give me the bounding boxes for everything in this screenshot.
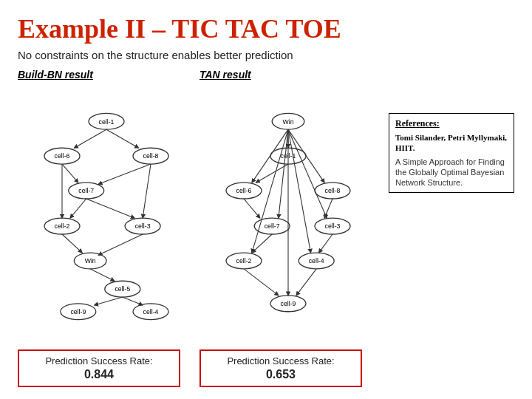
build-bn-label: Build-BN result: [18, 69, 93, 81]
svg-line-54: [279, 129, 288, 218]
svg-text:cell-5: cell-5: [115, 285, 130, 293]
svg-text:cell-9: cell-9: [70, 308, 86, 316]
svg-line-63: [318, 234, 332, 253]
svg-line-27: [98, 234, 143, 255]
svg-text:cell-4: cell-4: [143, 308, 159, 316]
svg-line-55: [288, 129, 327, 218]
tan-prediction-value: 0.653: [210, 368, 352, 381]
build-bn-prediction-value: 0.844: [28, 368, 170, 381]
svg-line-60: [244, 199, 260, 218]
svg-text:cell-4: cell-4: [309, 257, 324, 265]
svg-text:cell-7: cell-7: [78, 187, 94, 194]
tan-label: TAN result: [200, 69, 251, 81]
svg-line-61: [324, 199, 332, 218]
right-panel: References: Tomi Silander, Petri Myllyma…: [381, 69, 514, 390]
references-authors: Tomi Silander, Petri Myllymaki, HIIT.: [395, 132, 508, 154]
tan-prediction: Prediction Success Rate: 0.653: [200, 349, 362, 387]
svg-line-57: [288, 129, 311, 253]
svg-line-21: [106, 129, 139, 148]
svg-text:cell-2: cell-2: [236, 257, 252, 265]
svg-text:Win: Win: [282, 118, 293, 126]
svg-text:cell-9: cell-9: [281, 300, 296, 307]
center-panel: TAN result Win cell-1 c: [200, 69, 381, 390]
svg-line-24: [70, 199, 86, 218]
svg-line-20: [74, 129, 106, 148]
svg-line-64: [244, 269, 279, 296]
svg-line-22: [62, 164, 78, 183]
svg-text:cell-2: cell-2: [55, 222, 70, 230]
svg-line-32: [143, 164, 151, 218]
build-bn-graph: cell-1 cell-6 cell-8 cell-7 cell-2: [18, 83, 195, 349]
svg-line-28: [90, 269, 115, 281]
svg-text:cell-6: cell-6: [55, 152, 70, 160]
build-bn-prediction-label: Prediction Success Rate:: [45, 355, 152, 366]
svg-line-65: [296, 269, 316, 296]
tan-prediction-label: Prediction Success Rate:: [227, 355, 334, 366]
svg-text:cell-7: cell-7: [265, 222, 280, 230]
content-area: Build-BN result cell-1 cell-6: [18, 69, 514, 390]
svg-text:cell-8: cell-8: [325, 187, 341, 194]
svg-text:Win: Win: [85, 257, 96, 265]
svg-text:cell-3: cell-3: [135, 222, 151, 230]
tan-graph: Win cell-1 cell-6 cell-8 cell-7 cel: [200, 83, 377, 349]
build-bn-prediction: Prediction Success Rate: 0.844: [18, 349, 180, 387]
svg-text:cell-1: cell-1: [99, 118, 115, 126]
page: Example II – TIC TAC TOE No constraints …: [0, 0, 532, 399]
svg-line-23: [98, 164, 151, 184]
references-body: A Simple Approach for Finding the Global…: [395, 157, 508, 188]
svg-line-25: [86, 199, 134, 218]
svg-text:cell-3: cell-3: [325, 222, 341, 230]
svg-text:cell-8: cell-8: [143, 152, 159, 160]
left-panel: Build-BN result cell-1 cell-6: [18, 69, 200, 390]
svg-text:cell-6: cell-6: [236, 187, 252, 194]
svg-line-30: [123, 297, 143, 305]
page-subtitle: No constraints on the structure enables …: [18, 49, 514, 61]
svg-line-26: [62, 234, 82, 253]
page-title: Example II – TIC TAC TOE: [18, 13, 514, 44]
references-title: References:: [395, 118, 508, 129]
references-box: References: Tomi Silander, Petri Myllyma…: [389, 113, 514, 193]
svg-line-29: [95, 297, 123, 305]
